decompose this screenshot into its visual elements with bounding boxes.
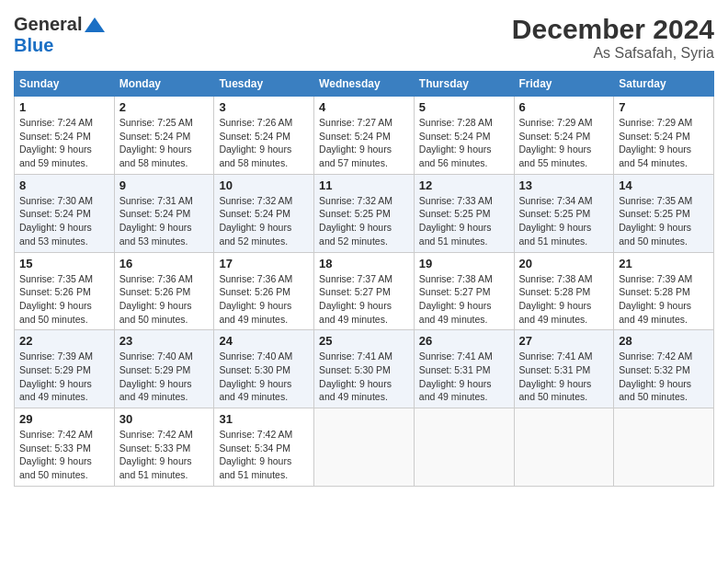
day-number: 14 xyxy=(619,178,709,192)
day-number: 6 xyxy=(519,100,609,114)
calendar-day-cell: 2Sunrise: 7:25 AMSunset: 5:24 PMDaylight… xyxy=(114,97,214,175)
calendar-day-cell: 26Sunrise: 7:41 AMSunset: 5:31 PMDayligh… xyxy=(414,330,514,408)
day-info: Sunrise: 7:39 AMSunset: 5:29 PMDaylight:… xyxy=(19,350,109,404)
calendar-day-cell: 1Sunrise: 7:24 AMSunset: 5:24 PMDaylight… xyxy=(15,97,115,175)
day-info: Sunrise: 7:25 AMSunset: 5:24 PMDaylight:… xyxy=(119,116,210,170)
calendar-day-cell: 28Sunrise: 7:42 AMSunset: 5:32 PMDayligh… xyxy=(614,330,714,408)
calendar-day-cell xyxy=(514,408,614,487)
day-number: 28 xyxy=(619,334,709,348)
calendar-day-cell: 18Sunrise: 7:37 AMSunset: 5:27 PMDayligh… xyxy=(314,252,415,330)
day-number: 19 xyxy=(419,257,509,270)
calendar-day-cell: 14Sunrise: 7:35 AMSunset: 5:25 PMDayligh… xyxy=(614,174,714,252)
calendar-day-cell: 19Sunrise: 7:38 AMSunset: 5:27 PMDayligh… xyxy=(414,252,514,330)
calendar-table: SundayMondayTuesdayWednesdayThursdayFrid… xyxy=(14,71,714,487)
calendar-day-cell: 5Sunrise: 7:28 AMSunset: 5:24 PMDaylight… xyxy=(414,97,514,175)
day-info: Sunrise: 7:29 AMSunset: 5:24 PMDaylight:… xyxy=(619,116,709,170)
calendar-day-cell: 17Sunrise: 7:36 AMSunset: 5:26 PMDayligh… xyxy=(214,252,314,330)
day-info: Sunrise: 7:33 AMSunset: 5:25 PMDaylight:… xyxy=(419,194,509,248)
calendar-day-cell: 15Sunrise: 7:35 AMSunset: 5:26 PMDayligh… xyxy=(15,252,115,330)
day-number: 26 xyxy=(419,334,509,348)
day-info: Sunrise: 7:39 AMSunset: 5:28 PMDaylight:… xyxy=(619,272,709,327)
day-info: Sunrise: 7:30 AMSunset: 5:24 PMDaylight:… xyxy=(19,194,109,248)
month-title: December 2024 xyxy=(512,14,714,45)
day-number: 11 xyxy=(319,178,409,192)
calendar-week-row: 29Sunrise: 7:42 AMSunset: 5:33 PMDayligh… xyxy=(15,408,714,487)
calendar-week-row: 8Sunrise: 7:30 AMSunset: 5:24 PMDaylight… xyxy=(15,174,714,252)
day-info: Sunrise: 7:35 AMSunset: 5:25 PMDaylight:… xyxy=(619,194,709,248)
day-info: Sunrise: 7:38 AMSunset: 5:27 PMDaylight:… xyxy=(419,272,509,327)
title-block: December 2024 As Safsafah, Syria xyxy=(512,14,714,62)
calendar-day-cell: 23Sunrise: 7:40 AMSunset: 5:29 PMDayligh… xyxy=(114,330,214,408)
day-number: 8 xyxy=(19,178,109,192)
day-info: Sunrise: 7:31 AMSunset: 5:24 PMDaylight:… xyxy=(119,194,210,248)
day-number: 20 xyxy=(519,257,609,270)
calendar-day-cell: 24Sunrise: 7:40 AMSunset: 5:30 PMDayligh… xyxy=(214,330,314,408)
logo-general-text: General xyxy=(14,14,82,35)
calendar-day-cell: 6Sunrise: 7:29 AMSunset: 5:24 PMDaylight… xyxy=(514,97,614,175)
day-number: 7 xyxy=(619,100,709,114)
day-info: Sunrise: 7:37 AMSunset: 5:27 PMDaylight:… xyxy=(319,272,409,327)
weekday-header-cell: Monday xyxy=(114,72,214,97)
day-info: Sunrise: 7:42 AMSunset: 5:34 PMDaylight:… xyxy=(219,428,309,482)
day-number: 13 xyxy=(519,178,609,192)
day-info: Sunrise: 7:29 AMSunset: 5:24 PMDaylight:… xyxy=(519,116,609,170)
weekday-header-cell: Saturday xyxy=(614,72,714,97)
day-info: Sunrise: 7:32 AMSunset: 5:25 PMDaylight:… xyxy=(319,194,409,248)
calendar-day-cell: 21Sunrise: 7:39 AMSunset: 5:28 PMDayligh… xyxy=(614,252,714,330)
day-number: 10 xyxy=(219,178,309,192)
day-number: 31 xyxy=(219,412,309,426)
day-number: 15 xyxy=(19,257,109,270)
day-info: Sunrise: 7:28 AMSunset: 5:24 PMDaylight:… xyxy=(419,116,509,170)
day-info: Sunrise: 7:40 AMSunset: 5:29 PMDaylight:… xyxy=(119,350,210,404)
day-number: 30 xyxy=(119,412,210,426)
svg-marker-0 xyxy=(85,17,105,32)
day-info: Sunrise: 7:35 AMSunset: 5:26 PMDaylight:… xyxy=(19,272,109,327)
day-number: 5 xyxy=(419,100,509,114)
day-number: 29 xyxy=(19,412,109,426)
day-number: 24 xyxy=(219,334,309,348)
day-info: Sunrise: 7:32 AMSunset: 5:24 PMDaylight:… xyxy=(219,194,309,248)
calendar-day-cell: 3Sunrise: 7:26 AMSunset: 5:24 PMDaylight… xyxy=(214,97,314,175)
calendar-day-cell: 20Sunrise: 7:38 AMSunset: 5:28 PMDayligh… xyxy=(514,252,614,330)
day-info: Sunrise: 7:42 AMSunset: 5:33 PMDaylight:… xyxy=(119,428,210,482)
day-info: Sunrise: 7:41 AMSunset: 5:31 PMDaylight:… xyxy=(419,350,509,404)
weekday-header-cell: Wednesday xyxy=(314,72,415,97)
logo: General Blue xyxy=(14,14,105,56)
day-info: Sunrise: 7:42 AMSunset: 5:33 PMDaylight:… xyxy=(19,428,109,482)
calendar-day-cell: 12Sunrise: 7:33 AMSunset: 5:25 PMDayligh… xyxy=(414,174,514,252)
day-info: Sunrise: 7:34 AMSunset: 5:25 PMDaylight:… xyxy=(519,194,609,248)
day-info: Sunrise: 7:27 AMSunset: 5:24 PMDaylight:… xyxy=(319,116,409,170)
logo-blue-text: Blue xyxy=(14,35,53,55)
day-number: 25 xyxy=(319,334,409,348)
calendar-day-cell: 16Sunrise: 7:36 AMSunset: 5:26 PMDayligh… xyxy=(114,252,214,330)
calendar-day-cell: 11Sunrise: 7:32 AMSunset: 5:25 PMDayligh… xyxy=(314,174,415,252)
day-info: Sunrise: 7:38 AMSunset: 5:28 PMDaylight:… xyxy=(519,272,609,327)
weekday-header-cell: Sunday xyxy=(15,72,115,97)
page-header: General Blue December 2024 As Safsafah, … xyxy=(14,14,714,62)
calendar-week-row: 22Sunrise: 7:39 AMSunset: 5:29 PMDayligh… xyxy=(15,330,714,408)
calendar-day-cell xyxy=(414,408,514,487)
calendar-day-cell xyxy=(614,408,714,487)
day-info: Sunrise: 7:36 AMSunset: 5:26 PMDaylight:… xyxy=(219,272,309,327)
calendar-day-cell: 25Sunrise: 7:41 AMSunset: 5:30 PMDayligh… xyxy=(314,330,415,408)
calendar-day-cell: 10Sunrise: 7:32 AMSunset: 5:24 PMDayligh… xyxy=(214,174,314,252)
calendar-day-cell: 9Sunrise: 7:31 AMSunset: 5:24 PMDaylight… xyxy=(114,174,214,252)
day-number: 12 xyxy=(419,178,509,192)
calendar-day-cell: 29Sunrise: 7:42 AMSunset: 5:33 PMDayligh… xyxy=(15,408,115,487)
calendar-day-cell: 7Sunrise: 7:29 AMSunset: 5:24 PMDaylight… xyxy=(614,97,714,175)
day-number: 2 xyxy=(119,100,210,114)
day-info: Sunrise: 7:36 AMSunset: 5:26 PMDaylight:… xyxy=(119,272,210,327)
day-number: 17 xyxy=(219,257,309,270)
day-number: 4 xyxy=(319,100,409,114)
day-info: Sunrise: 7:41 AMSunset: 5:31 PMDaylight:… xyxy=(519,350,609,404)
calendar-week-row: 1Sunrise: 7:24 AMSunset: 5:24 PMDaylight… xyxy=(15,97,714,175)
weekday-header-row: SundayMondayTuesdayWednesdayThursdayFrid… xyxy=(15,72,714,97)
weekday-header-cell: Tuesday xyxy=(214,72,314,97)
calendar-day-cell: 13Sunrise: 7:34 AMSunset: 5:25 PMDayligh… xyxy=(514,174,614,252)
day-number: 23 xyxy=(119,334,210,348)
location-title: As Safsafah, Syria xyxy=(512,45,714,62)
weekday-header-cell: Friday xyxy=(514,72,614,97)
calendar-day-cell: 22Sunrise: 7:39 AMSunset: 5:29 PMDayligh… xyxy=(15,330,115,408)
day-info: Sunrise: 7:41 AMSunset: 5:30 PMDaylight:… xyxy=(319,350,409,404)
day-number: 1 xyxy=(19,100,109,114)
